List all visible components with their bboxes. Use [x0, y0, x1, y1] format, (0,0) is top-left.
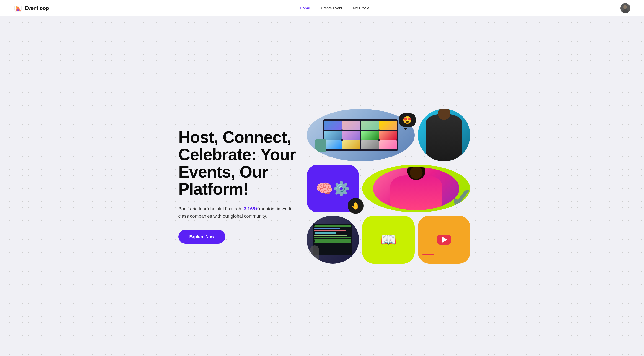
man-head — [438, 109, 450, 120]
code-line-8 — [314, 241, 351, 243]
man-image — [418, 109, 470, 161]
mosaic-grid: 🧠⚙️ ✓ — [306, 109, 470, 264]
brand-logo[interactable]: Eventloop — [14, 4, 49, 13]
face-tile-7 — [361, 130, 379, 140]
face-tile-6 — [342, 130, 360, 140]
code-line-3 — [314, 230, 345, 231]
face-tile-9 — [324, 140, 342, 149]
avatar-icon — [620, 3, 630, 13]
nav-create-event[interactable]: Create Event — [321, 6, 342, 10]
code-line-7 — [314, 239, 351, 241]
face-tile-10 — [342, 140, 360, 149]
tile-woman: ✓ — [362, 164, 470, 213]
brand-name: Eventloop — [24, 5, 49, 11]
face-tile-8 — [379, 130, 397, 140]
face-tile-12 — [379, 140, 397, 149]
nav-home[interactable]: Home — [300, 6, 310, 10]
nav-links: Home Create Event My Profile — [300, 6, 369, 10]
explore-now-button[interactable]: Explore Now — [178, 230, 225, 244]
tile-video — [418, 216, 470, 264]
user-avatar[interactable] — [620, 3, 630, 13]
tile-man — [418, 109, 470, 161]
coffee-mug — [315, 139, 326, 152]
hand-emoji-bubble: 🤚 — [348, 198, 364, 214]
face-tile-4 — [379, 121, 397, 130]
brand-icon — [14, 4, 22, 13]
tile-coder — [306, 216, 359, 264]
video-progress-line — [422, 254, 434, 255]
code-line-1 — [314, 226, 351, 227]
brain-icon: 🧠⚙️ — [316, 181, 350, 197]
play-triangle — [442, 236, 447, 243]
face-tile-3 — [361, 121, 379, 130]
hero-section: Host, Connect, Celebrate: Your Events, O… — [156, 17, 488, 356]
face-tile-2 — [342, 121, 360, 130]
tile-book: 📖 — [362, 216, 415, 264]
book-icon: 📖 — [380, 232, 396, 247]
hero-title: Host, Connect, Celebrate: Your Events, O… — [178, 129, 298, 198]
face-tile-11 — [361, 140, 379, 149]
navbar: Eventloop Home Create Event My Profile — [0, 0, 644, 17]
woman-head — [410, 167, 422, 179]
code-line-4 — [314, 232, 336, 234]
svg-point-5 — [624, 5, 627, 9]
love-emoji-bubble: 😍 — [399, 113, 416, 127]
code-line-6 — [314, 237, 351, 238]
woman-figure — [390, 175, 442, 210]
man-figure — [426, 114, 462, 161]
hero-content: Host, Connect, Celebrate: Your Events, O… — [178, 129, 306, 244]
code-line-5 — [314, 235, 347, 236]
subtitle-prefix: Book and learn helpful tips from — [178, 206, 244, 211]
hero-subtitle: Book and learn helpful tips from 3,168+ … — [178, 205, 298, 220]
laptop-screen — [323, 119, 398, 151]
tile-laptop — [306, 109, 415, 161]
code-line-2 — [314, 228, 340, 229]
nav-my-profile[interactable]: My Profile — [353, 6, 369, 10]
hero-mosaic: 😍 🤚 — [306, 109, 470, 264]
laptop-image — [306, 109, 415, 161]
coder-image — [306, 216, 359, 264]
subtitle-highlight: 3,168+ — [244, 206, 258, 211]
video-play-icon — [437, 235, 451, 245]
face-tile-5 — [324, 130, 342, 140]
face-tile-1 — [324, 121, 342, 130]
